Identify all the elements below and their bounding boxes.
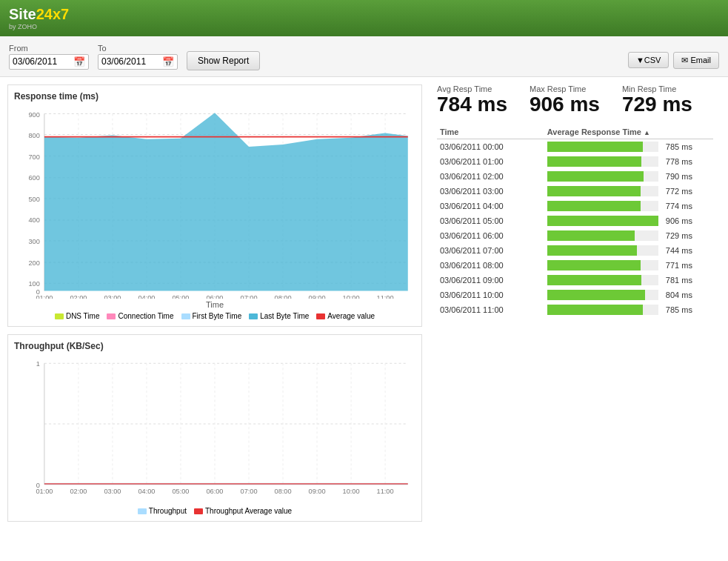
- toolbar: From 📅 To 📅 Show Report ▼CSV ✉ Email: [0, 36, 728, 77]
- to-calendar-icon[interactable]: 📅: [162, 56, 174, 67]
- bar-wrap: [547, 201, 658, 211]
- table-row: 03/06/2011 07:00 744 ms: [437, 243, 713, 258]
- response-time-chart: Response time (ms) 900 800 700: [7, 84, 422, 327]
- table-row: 03/06/2011 06:00 729 ms: [437, 228, 713, 243]
- cell-bar: [544, 258, 663, 273]
- cell-value: 781 ms: [663, 273, 713, 288]
- legend-last-byte: Last Byte Time: [249, 312, 309, 320]
- cell-value: 778 ms: [663, 154, 713, 169]
- cell-time: 03/06/2011 07:00: [437, 243, 544, 258]
- legend-connection-color: [107, 313, 116, 319]
- cell-bar: [544, 184, 663, 199]
- svg-text:09:00: 09:00: [309, 294, 326, 299]
- bar-wrap: [547, 230, 658, 241]
- to-label: To: [98, 44, 178, 53]
- col-value: [663, 125, 713, 139]
- charts-panel: Response time (ms) 900 800 700: [7, 84, 422, 529]
- logo-site: Site: [9, 6, 36, 22]
- min-stat-value: 729 ms: [622, 93, 692, 116]
- cell-bar: [544, 243, 663, 258]
- svg-text:03:00: 03:00: [104, 294, 121, 299]
- cell-bar: [544, 213, 663, 228]
- svg-text:10:00: 10:00: [343, 488, 360, 495]
- cell-value: 774 ms: [663, 199, 713, 213]
- cell-bar: [544, 302, 663, 317]
- table-row: 03/06/2011 01:00 778 ms: [437, 154, 713, 169]
- bar-fill: [547, 245, 638, 256]
- table-row: 03/06/2011 02:00 790 ms: [437, 169, 713, 184]
- bar-wrap: [547, 260, 658, 270]
- cell-time: 03/06/2011 11:00: [437, 302, 544, 317]
- to-field: To 📅: [98, 44, 178, 70]
- logo-num: 24x7: [36, 6, 70, 22]
- email-button[interactable]: ✉ Email: [673, 52, 719, 69]
- svg-marker-30: [44, 113, 408, 291]
- legend-throughput-avg-color: [194, 508, 203, 514]
- bar-wrap: [547, 290, 658, 300]
- svg-text:300: 300: [28, 238, 39, 245]
- bar-fill: [547, 305, 643, 315]
- bar-fill: [547, 216, 658, 226]
- bar-wrap: [547, 142, 658, 152]
- bar-fill: [547, 142, 643, 152]
- legend-dns-label: DNS Time: [66, 312, 100, 320]
- csv-button[interactable]: ▼CSV: [628, 52, 669, 68]
- response-chart-svg: 900 800 700 600 500 400 300 200 100 0: [14, 106, 415, 299]
- cell-time: 03/06/2011 03:00: [437, 184, 544, 199]
- svg-text:500: 500: [28, 196, 39, 203]
- legend-throughput-label: Throughput: [149, 507, 187, 515]
- from-date-wrap[interactable]: 📅: [9, 54, 89, 70]
- legend-avg-label: Average value: [327, 312, 375, 320]
- sort-arrow-icon[interactable]: ▲: [644, 129, 650, 136]
- bar-fill: [547, 171, 644, 182]
- svg-text:07:00: 07:00: [241, 294, 258, 299]
- cell-value: 772 ms: [663, 184, 713, 199]
- cell-value: 906 ms: [663, 213, 713, 228]
- svg-text:100: 100: [28, 280, 39, 288]
- legend-connection-label: Connection Time: [118, 312, 173, 320]
- svg-text:05:00: 05:00: [172, 294, 189, 299]
- cell-bar: [544, 288, 663, 302]
- legend-dns-color: [55, 313, 64, 319]
- svg-text:04:00: 04:00: [138, 294, 155, 299]
- cell-value: 744 ms: [663, 243, 713, 258]
- cell-value: 785 ms: [663, 302, 713, 317]
- from-date-input[interactable]: [13, 56, 73, 67]
- svg-text:1: 1: [36, 360, 40, 368]
- legend-throughput: Throughput: [138, 507, 187, 515]
- bar-fill: [547, 290, 645, 300]
- table-body: 03/06/2011 00:00 785 ms 03/06/2011 01:00…: [437, 139, 713, 317]
- bar-fill: [547, 186, 641, 196]
- legend-throughput-avg: Throughput Average value: [194, 507, 292, 515]
- svg-text:04:00: 04:00: [138, 488, 155, 495]
- cell-value: 804 ms: [663, 288, 713, 302]
- legend-last-byte-label: Last Byte Time: [260, 312, 309, 320]
- avg-stat-value: 784 ms: [437, 93, 507, 116]
- bar-wrap: [547, 216, 658, 226]
- cell-bar: [544, 199, 663, 213]
- svg-text:07:00: 07:00: [241, 488, 258, 495]
- svg-text:06:00: 06:00: [206, 488, 223, 495]
- svg-text:05:00: 05:00: [172, 488, 189, 495]
- table-row: 03/06/2011 00:00 785 ms: [437, 139, 713, 154]
- min-stat: Min Resp Time 729 ms: [622, 84, 692, 116]
- table-row: 03/06/2011 11:00 785 ms: [437, 302, 713, 317]
- svg-text:200: 200: [28, 259, 39, 267]
- max-stat-value: 906 ms: [530, 93, 600, 116]
- svg-text:06:00: 06:00: [207, 294, 224, 299]
- to-date-wrap[interactable]: 📅: [98, 54, 178, 70]
- to-date-input[interactable]: [101, 56, 162, 67]
- cell-value: 790 ms: [663, 169, 713, 184]
- stats-panel: Avg Resp Time 784 ms Max Resp Time 906 m…: [430, 84, 721, 529]
- app-header: Site24x7 by ZOHO: [0, 0, 728, 36]
- show-report-button[interactable]: Show Report: [187, 51, 260, 70]
- cell-time: 03/06/2011 05:00: [437, 213, 544, 228]
- logo-sub: by ZOHO: [9, 23, 69, 30]
- throughput-chart-svg: 1 0: [14, 356, 415, 496]
- legend-last-byte-color: [249, 313, 258, 319]
- logo: Site24x7 by ZOHO: [9, 6, 69, 30]
- legend-connection: Connection Time: [107, 312, 173, 320]
- response-chart-area: 900 800 700 600 500 400 300 200 100 0: [14, 106, 415, 299]
- from-calendar-icon[interactable]: 📅: [73, 56, 85, 67]
- avg-stat: Avg Resp Time 784 ms: [437, 84, 507, 116]
